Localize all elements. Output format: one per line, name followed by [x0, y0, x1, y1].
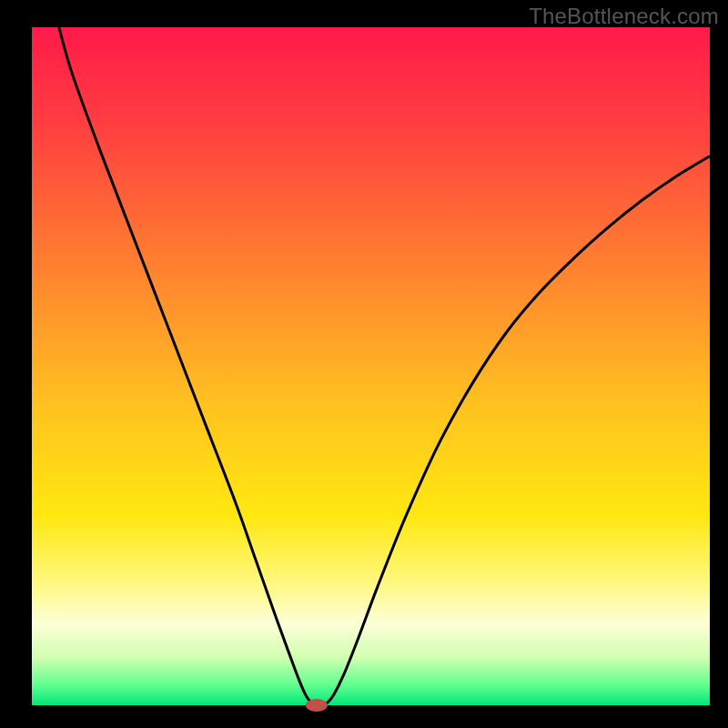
watermark-text: TheBottleneck.com: [529, 4, 719, 29]
chart-svg: [0, 0, 728, 728]
bottleneck-chart: TheBottleneck.com: [0, 0, 728, 728]
optimal-point-marker: [306, 699, 328, 712]
